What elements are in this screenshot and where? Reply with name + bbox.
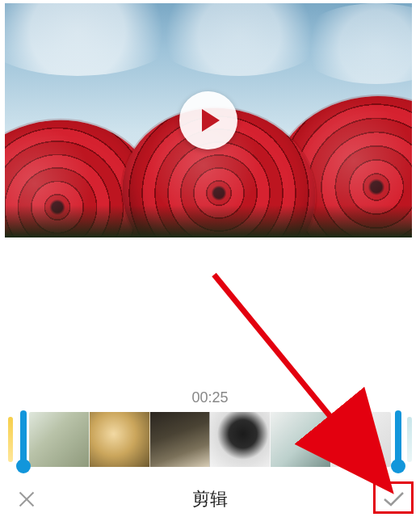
thumbnail bbox=[271, 412, 331, 467]
thumbnail-row bbox=[29, 412, 391, 467]
play-icon bbox=[202, 109, 220, 132]
thumbnail bbox=[150, 412, 211, 467]
cancel-button[interactable] bbox=[15, 487, 39, 511]
confirm-button[interactable] bbox=[381, 487, 405, 511]
trim-strip[interactable] bbox=[8, 412, 412, 467]
trim-handle-right[interactable] bbox=[391, 410, 405, 469]
thumbnail bbox=[29, 412, 90, 467]
editor-title: 剪辑 bbox=[39, 487, 381, 511]
thumbnail bbox=[90, 412, 150, 467]
thumbnail bbox=[331, 412, 391, 467]
video-preview bbox=[5, 3, 412, 237]
bottom-bar: 剪辑 bbox=[0, 481, 420, 517]
play-button[interactable] bbox=[179, 91, 237, 149]
trim-handle-left[interactable] bbox=[16, 410, 31, 469]
check-icon bbox=[381, 487, 405, 511]
timecode-label: 00:25 bbox=[0, 389, 420, 406]
strip-edge-right bbox=[407, 417, 412, 462]
strip-edge-left bbox=[8, 417, 13, 462]
foliage-decoration bbox=[5, 205, 412, 237]
thumbnail bbox=[210, 412, 271, 467]
